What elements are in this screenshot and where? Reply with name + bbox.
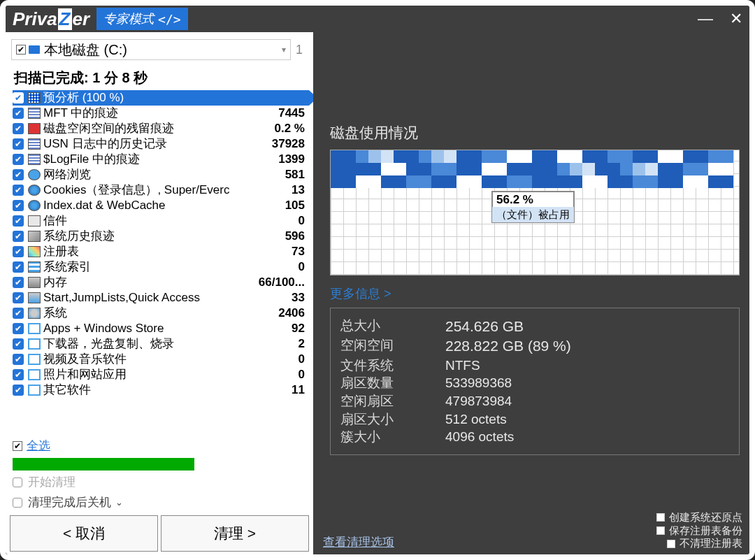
scan-item[interactable]: ✔内存66/100... xyxy=(13,275,309,290)
scan-item-label: MFT 中的痕迹 xyxy=(43,106,278,121)
scan-item[interactable]: ✔网络浏览581 xyxy=(13,167,309,182)
scan-item-checkbox[interactable]: ✔ xyxy=(13,185,24,196)
scan-item-checkbox[interactable]: ✔ xyxy=(13,169,24,180)
scan-item-checkbox[interactable]: ✔ xyxy=(13,92,24,103)
scan-item-checkbox[interactable]: ✔ xyxy=(13,108,24,119)
scan-item[interactable]: ✔MFT 中的痕迹7445 xyxy=(13,106,309,121)
scan-item-checkbox[interactable]: ✔ xyxy=(13,231,24,242)
option-shutdown-checkbox[interactable] xyxy=(13,498,22,508)
scan-item[interactable]: ✔照片和网站应用0 xyxy=(13,367,309,382)
scan-item-checkbox[interactable]: ✔ xyxy=(13,323,24,334)
footer-check-row: 保存注册表备份 xyxy=(656,524,742,538)
scan-item-label: 视频及音乐软件 xyxy=(43,352,299,367)
grid-icon xyxy=(28,92,41,103)
footer-checkbox[interactable] xyxy=(667,540,675,548)
scan-item-value: 0.2 % xyxy=(275,121,309,136)
info-key: 扇区大小 xyxy=(340,410,445,429)
tooltip-percent: 56.2 % xyxy=(492,192,574,207)
scan-item[interactable]: ✔系统历史痕迹596 xyxy=(13,229,309,244)
cancel-button[interactable]: < 取消 xyxy=(10,515,158,552)
scan-item[interactable]: ✔视频及音乐软件0 xyxy=(13,352,309,367)
option-start-clean-checkbox[interactable] xyxy=(13,478,22,487)
scan-item-label: $LogFile 中的痕迹 xyxy=(43,152,278,167)
scan-item-value: 0 xyxy=(299,259,309,275)
select-all-link[interactable]: 全选 xyxy=(27,438,50,454)
app-icon xyxy=(28,369,41,380)
chip-icon xyxy=(28,277,41,288)
select-all-checkbox[interactable]: ✔ xyxy=(13,441,22,451)
drive-checkbox-icon: ✔ xyxy=(16,45,26,55)
scan-item-value: 73 xyxy=(292,244,309,259)
disk-map[interactable]: 56.2 % （文件）被占用 xyxy=(330,150,740,275)
scan-item-checkbox[interactable]: ✔ xyxy=(13,369,24,380)
bars-icon xyxy=(28,138,41,150)
mode-badge[interactable]: 专家模式 </> xyxy=(96,8,188,30)
scan-item-label: Cookies（登录信息）, Super/Everc xyxy=(43,182,292,198)
scan-item[interactable]: ✔USN 日志中的历史记录37928 xyxy=(13,136,309,152)
globe-icon xyxy=(28,169,41,180)
disk-info-box: 总大小254.626 GB空闲空间228.822 GB (89 %)文件系统NT… xyxy=(330,308,740,455)
scan-item-checkbox[interactable]: ✔ xyxy=(13,138,24,150)
scan-item-value: 66/100... xyxy=(259,275,309,290)
info-value: 4096 octets xyxy=(445,428,729,446)
scan-item[interactable]: ✔其它软件11 xyxy=(13,382,309,398)
info-key: 空闲扇区 xyxy=(340,392,445,410)
scan-item-label: 系统 xyxy=(43,306,278,321)
scan-item-checkbox[interactable]: ✔ xyxy=(13,385,24,396)
info-value: 533989368 xyxy=(445,374,729,392)
scan-item[interactable]: ✔信件0 xyxy=(13,213,309,229)
scan-item[interactable]: ✔预分析 (100 %) xyxy=(13,90,309,106)
scan-item[interactable]: ✔系统2406 xyxy=(13,306,309,321)
scan-item-checkbox[interactable]: ✔ xyxy=(13,154,24,165)
scan-item[interactable]: ✔磁盘空闲空间的残留痕迹0.2 % xyxy=(13,121,309,136)
scan-item-label: 内存 xyxy=(43,275,259,290)
disk-icon xyxy=(29,45,40,54)
scan-item-value: 2 xyxy=(299,336,309,352)
quick-icon xyxy=(28,292,41,303)
win-icon xyxy=(28,231,41,242)
scan-item-value: 11 xyxy=(292,382,309,398)
minimize-button[interactable]: — xyxy=(698,10,713,28)
scan-item[interactable]: ✔注册表73 xyxy=(13,244,309,259)
view-clean-options-link[interactable]: 查看清理选项 xyxy=(323,534,394,550)
option-shutdown-after: 清理完成后关机 ⌄ xyxy=(6,492,313,512)
scan-item-checkbox[interactable]: ✔ xyxy=(13,277,24,288)
scan-item[interactable]: ✔Index.dat & WebCache105 xyxy=(13,198,309,213)
scan-item-checkbox[interactable]: ✔ xyxy=(13,338,24,350)
chevron-down-icon: ▾ xyxy=(282,45,286,55)
mode-badge-code-icon: </> xyxy=(158,12,181,27)
info-key: 簇大小 xyxy=(340,428,445,446)
scan-item[interactable]: ✔Start,JumpLists,Quick Access33 xyxy=(13,290,309,306)
scan-item-value: 7445 xyxy=(278,106,309,121)
scan-item-checkbox[interactable]: ✔ xyxy=(13,246,24,257)
scan-item[interactable]: ✔Apps + Windows Store92 xyxy=(13,321,309,336)
footer-checkbox[interactable] xyxy=(656,513,665,522)
right-panel: 磁盘使用情况 56.2 % （文件）被占用 更多信息 > 总大小254.626 … xyxy=(313,32,749,512)
scan-item-label: 信件 xyxy=(43,213,299,229)
drive-select[interactable]: ✔ 本地磁盘 (C:) ▾ xyxy=(11,39,291,60)
scan-item-checkbox[interactable]: ✔ xyxy=(13,308,24,319)
list-icon xyxy=(28,261,41,273)
more-info-link[interactable]: 更多信息 > xyxy=(330,285,740,302)
scan-item-checkbox[interactable]: ✔ xyxy=(13,123,24,134)
info-key: 总大小 xyxy=(340,317,445,336)
chevron-down-icon[interactable]: ⌄ xyxy=(115,497,123,508)
bars-icon xyxy=(28,108,41,119)
bottom-bar: < 取消 清理 > 查看清理选项 创建系统还原点保存注册表备份不清理注册表 xyxy=(6,512,749,554)
scan-item-checkbox[interactable]: ✔ xyxy=(13,292,24,303)
scan-item-checkbox[interactable]: ✔ xyxy=(13,200,24,211)
scan-item[interactable]: ✔系统索引0 xyxy=(13,259,309,275)
scan-item[interactable]: ✔$LogFile 中的痕迹1399 xyxy=(13,152,309,167)
scan-item-checkbox[interactable]: ✔ xyxy=(13,215,24,227)
scan-item-checkbox[interactable]: ✔ xyxy=(13,354,24,365)
scan-item[interactable]: ✔下载器，光盘复制、烧录2 xyxy=(13,336,309,352)
footer-checkbox[interactable] xyxy=(656,526,665,535)
info-value: 479873984 xyxy=(445,392,729,410)
clean-button[interactable]: 清理 > xyxy=(161,515,309,552)
scan-item[interactable]: ✔Cookies（登录信息）, Super/Everc13 xyxy=(13,182,309,198)
scan-item-checkbox[interactable]: ✔ xyxy=(13,261,24,273)
mode-badge-label: 专家模式 xyxy=(103,10,154,27)
scan-item-value: 13 xyxy=(292,182,309,198)
close-button[interactable]: ✕ xyxy=(730,10,742,28)
disk-map-tooltip: 56.2 % （文件）被占用 xyxy=(491,191,575,223)
